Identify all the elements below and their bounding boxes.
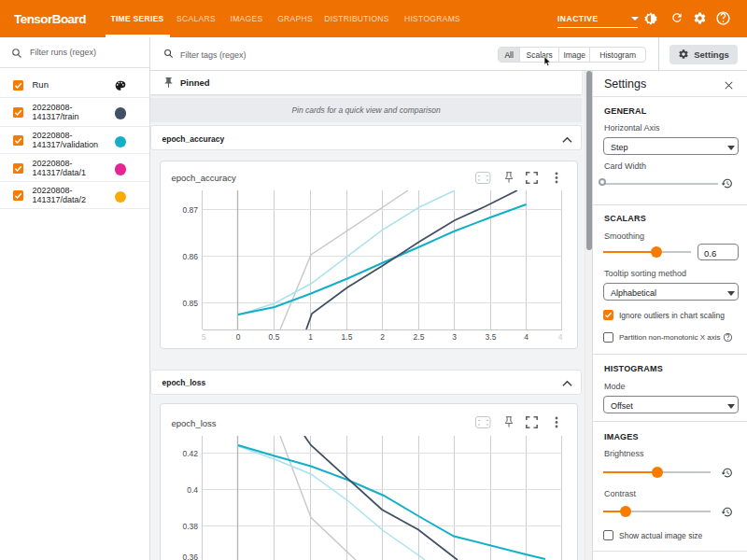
svg-text:0.87: 0.87 — [182, 205, 198, 215]
svg-text:4: 4 — [558, 332, 563, 342]
svg-text:0.42: 0.42 — [182, 449, 198, 458]
svg-text:1.5: 1.5 — [342, 332, 353, 342]
svg-text:3: 3 — [452, 332, 457, 342]
svg-text:3.5: 3.5 — [486, 332, 497, 342]
svg-text:0.86: 0.86 — [182, 252, 198, 261]
svg-text:2: 2 — [380, 332, 385, 342]
svg-text:2.5: 2.5 — [414, 332, 425, 342]
svg-text:4: 4 — [524, 332, 529, 342]
svg-text:epoch_loss: epoch_loss — [172, 418, 217, 428]
svg-text:epoch_accuracy: epoch_accuracy — [172, 173, 236, 183]
svg-text:0.36: 0.36 — [182, 553, 198, 560]
svg-text:5: 5 — [202, 332, 206, 342]
svg-text:0: 0 — [236, 332, 241, 342]
svg-text:0.38: 0.38 — [182, 522, 198, 531]
svg-text:0.5: 0.5 — [269, 332, 280, 342]
svg-text:0.4: 0.4 — [187, 485, 198, 495]
svg-text:1: 1 — [308, 332, 313, 342]
svg-text:0.85: 0.85 — [182, 299, 198, 308]
